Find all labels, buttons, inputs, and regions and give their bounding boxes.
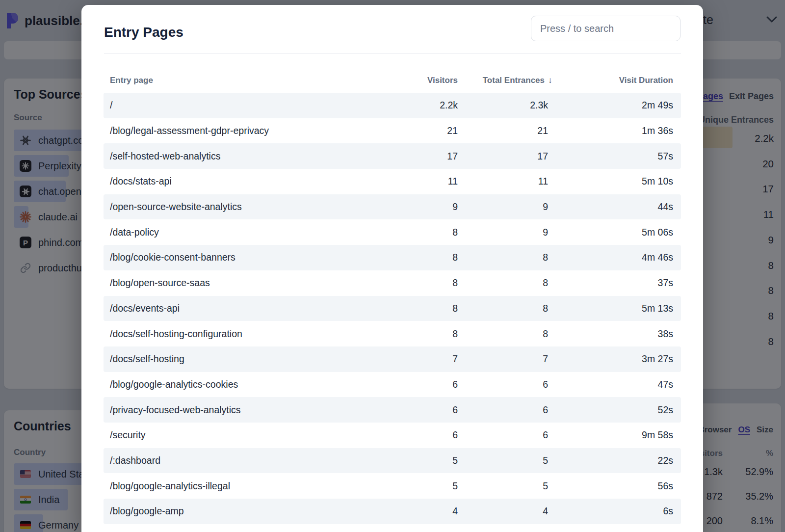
entry-page-cell: /docs/self-hosting [110,353,360,365]
visitors-cell: 8 [360,252,458,263]
visit-duration-cell: 47s [548,379,673,390]
entry-page-cell: /docs/events-api [110,303,360,314]
total-entrances-cell: 5 [458,480,548,492]
table-row[interactable]: /blog/cookie-consent-banners884m 46s [104,245,681,270]
table-row[interactable]: /data-policy895m 06s [104,219,681,245]
entry-page-cell: /security [110,429,360,441]
table-row[interactable]: /docs/events-api885m 13s [104,296,681,321]
total-entrances-cell: 2.3k [458,100,548,111]
total-entrances-cell: 6 [458,404,548,416]
total-entrances-cell: 4 [458,505,548,517]
total-entrances-cell: 11 [458,176,548,187]
visitors-cell: 7 [360,353,458,365]
entry-page-cell: /docs/stats-api [110,176,360,187]
table-row[interactable]: /blog/legal-assessment-gdpr-eprivacy2121… [104,118,681,144]
total-entrances-cell: 6 [458,379,548,390]
table-row[interactable]: /2.2k2.3k2m 49s [104,93,681,118]
visitors-cell: 5 [360,480,458,492]
total-entrances-cell: 8 [458,277,548,289]
entry-page-cell: /privacy-focused-web-analytics [110,404,360,416]
table-row[interactable]: /blog/google-analytics-cookies6647s [104,372,681,398]
visitors-cell: 9 [360,201,458,213]
visitors-cell: 5 [360,455,458,466]
table-row[interactable]: /docs/stats-api11115m 10s [104,169,681,194]
visitors-cell: 8 [360,303,458,314]
visitors-cell: 8 [360,328,458,340]
total-entrances-cell: 17 [458,151,548,162]
entry-pages-table: Entry page Visitors Total Entrances↓ Vis… [104,75,681,524]
entry-page-cell: /blog/legal-assessment-gdpr-eprivacy [110,125,360,136]
table-row[interactable]: /docs/self-hosting773m 27s [104,346,681,372]
visit-duration-cell: 52s [548,404,673,416]
visitors-column-header[interactable]: Visitors [360,76,458,85]
entry-pages-modal: Entry Pages Entry page Visitors Total En… [81,5,703,532]
entry-page-cell: /blog/cookie-consent-banners [110,252,360,263]
visit-duration-cell: 37s [548,277,673,289]
visit-duration-cell: 57s [548,151,673,162]
entry-page-cell: /:dashboard [110,455,360,466]
total-entrances-cell: 9 [458,227,548,238]
visit-duration-cell: 2m 49s [548,100,673,111]
visit-duration-cell: 1m 36s [548,125,673,136]
visitors-cell: 11 [360,176,458,187]
entry-page-cell: /self-hosted-web-analytics [110,151,360,162]
search-input[interactable] [531,16,680,41]
visit-duration-cell: 44s [548,201,673,213]
entry-page-cell: /blog/open-source-saas [110,277,360,289]
visitors-cell: 8 [360,277,458,289]
visitors-cell: 17 [360,151,458,162]
entry-page-cell: /docs/self-hosting-configuration [110,328,360,340]
visitors-cell: 6 [360,379,458,390]
entry-page-cell: /blog/google-analytics-cookies [110,379,360,390]
table-row[interactable]: /security669m 58s [104,423,681,448]
total-entrances-cell: 6 [458,429,548,441]
total-entrances-cell: 9 [458,201,548,213]
table-row[interactable]: /open-source-website-analytics9944s [104,194,681,220]
table-row[interactable]: /privacy-focused-web-analytics6652s [104,397,681,423]
visit-duration-cell: 4m 46s [548,252,673,263]
visit-duration-cell: 22s [548,455,673,466]
table-row[interactable]: /:dashboard5522s [104,448,681,474]
visit-duration-cell: 5m 06s [548,227,673,238]
table-row[interactable]: /self-hosted-web-analytics171757s [104,143,681,169]
entry-page-cell: /open-source-website-analytics [110,201,360,213]
visitors-cell: 21 [360,125,458,136]
entry-page-cell: /blog/google-analytics-illegal [110,480,360,492]
visit-duration-cell: 38s [548,328,673,340]
visit-duration-cell: 56s [548,480,673,492]
visitors-cell: 8 [360,227,458,238]
total-entrances-cell: 7 [458,353,548,365]
entry-page-cell: /blog/google-amp [110,505,360,517]
divider [104,53,681,53]
table-row[interactable]: /docs/self-hosting-configuration8838s [104,321,681,346]
entry-page-column-header[interactable]: Entry page [110,76,360,85]
table-row[interactable]: /blog/google-analytics-illegal5556s [104,473,681,499]
table-header-row: Entry page Visitors Total Entrances↓ Vis… [104,75,681,86]
table-row[interactable]: /blog/google-amp446s [104,499,681,524]
total-entrances-cell: 8 [458,328,548,340]
modal-title: Entry Pages [104,25,183,40]
visit-duration-cell: 9m 58s [548,429,673,441]
visitors-cell: 6 [360,404,458,416]
entry-page-cell: /data-policy [110,227,360,238]
total-entrances-column-header[interactable]: Total Entrances↓ [458,76,548,85]
visitors-cell: 6 [360,429,458,441]
total-entrances-cell: 21 [458,125,548,136]
entry-page-cell: / [110,100,360,111]
visit-duration-cell: 3m 27s [548,353,673,365]
visit-duration-cell: 5m 13s [548,303,673,314]
visit-duration-column-header[interactable]: Visit Duration [548,76,673,85]
visitors-cell: 2.2k [360,100,458,111]
table-row[interactable]: /blog/open-source-saas8837s [104,270,681,296]
entry-pages-rows: /2.2k2.3k2m 49s/blog/legal-assessment-gd… [104,93,681,524]
total-entrances-cell: 8 [458,252,548,263]
visit-duration-cell: 5m 10s [548,176,673,187]
visit-duration-cell: 6s [548,505,673,517]
total-entrances-cell: 5 [458,455,548,466]
total-entrances-cell: 8 [458,303,548,314]
visitors-cell: 4 [360,505,458,517]
